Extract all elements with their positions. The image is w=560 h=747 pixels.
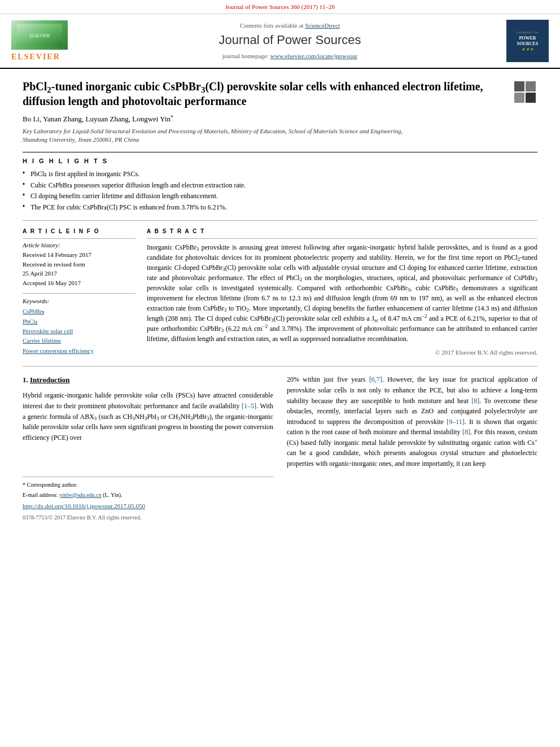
keywords-divider [23,293,135,294]
corresponding-note: * Corresponding author. [23,480,273,490]
ref-link-3[interactable]: [8] [471,397,479,405]
highlight-item: ♦ The PCE for cubic CsPbBr₃(Cl) PSC is e… [23,203,537,212]
authors-line: Bo Li, Yanan Zhang, Luyuan Zhang, Longwe… [23,114,537,124]
ref-link-5[interactable]: [8] [462,428,470,436]
abstract-text: Inorganic CsPbBr3 perovskite is arousing… [147,242,537,344]
history-label: Article history: [23,241,135,250]
email-note: E-mail address: yinlw@sdu.edu.cn (L. Yin… [23,491,273,500]
info-divider [23,238,135,239]
ref-link[interactable]: [1–5] [242,402,256,410]
keyword-item[interactable]: PbCl₂ [23,317,135,326]
journal-homepage-link[interactable]: www.elsevier.com/locate/jpowsour [270,53,357,59]
body-right-column: 20% within just five years [6,7]. Howeve… [287,374,537,522]
journal-reference-bar: Journal of Power Sources 360 (2017) 11–2… [0,0,560,14]
body-left-column: 1. Introduction Hybrid organic-inorganic… [23,374,273,522]
crossmark-icon[interactable] [512,79,537,104]
highlight-item: ♦ Cl doping benefits carrier lifetime an… [23,191,537,201]
journal-homepage-line: journal homepage: www.elsevier.com/locat… [73,52,506,60]
doi-link[interactable]: http://dx.doi.org/10.1016/j.jpowsour.201… [23,501,273,511]
article-info-label: A R T I C L E I N F O [23,228,135,235]
highlight-item: ♦ PbCl₂ is first applied in inorganic PS… [23,169,537,179]
science-direct-link[interactable]: ScienceDirect [305,22,340,29]
highlight-item: ♦ Cubic CsPbBr₃ possesses superior diffu… [23,181,537,190]
ref-link-2[interactable]: [6,7] [369,375,382,383]
svg-text:ELSEVIER: ELSEVIER [29,33,50,38]
copyright-line: © 2017 Elsevier B.V. All rights reserved… [147,348,537,357]
footnote-area: * Corresponding author. E-mail address: … [23,477,273,522]
main-content: PbCl2-tuned inorganic cubic CsPbBr3(Cl) … [0,69,560,528]
contents-available: Contents lists available at ScienceDirec… [73,21,506,30]
divider-before-intro [23,366,537,366]
abstract-column: A B S T R A C T Inorganic CsPbBr3 perovs… [147,228,537,357]
article-title: PbCl2-tuned inorganic cubic CsPbBr3(Cl) … [23,79,502,108]
abstract-divider [147,238,537,239]
journal-header: ELSEVIER ELSEVIER Contents lists availab… [0,14,560,69]
two-col-body: 1. Introduction Hybrid organic-inorganic… [23,374,537,522]
intro-heading: 1. Introduction [23,374,273,386]
revised-label: Received in revised form [23,260,135,269]
elsevier-logo-container: ELSEVIER ELSEVIER [11,20,73,63]
divider-after-affiliation [23,152,537,152]
elsevier-wordmark: ELSEVIER [11,51,60,63]
keywords-label: Keywords: [23,297,135,305]
received-date: Received 14 February 2017 [23,251,135,259]
journal-reference: Journal of Power Sources 360 (2017) 11–2… [225,3,335,10]
highlights-label: H I G H L I G H T S [23,157,537,165]
keywords-group: Keywords: CsPbBr₃ PbCl₂ Perovskite solar… [23,297,135,355]
keyword-item[interactable]: Carrier lifetime [23,337,135,345]
intro-paragraph-1: Hybrid organic-inorganic halide perovski… [23,390,273,443]
keyword-item[interactable]: CsPbBr₃ [23,307,135,316]
power-sources-logo: JOURNAL OF POWERSOURCES ⚡ ⚡ ⚡ [506,20,549,62]
history-group: Article history: Received 14 February 20… [23,241,135,287]
revised-date: 25 April 2017 [23,269,135,278]
abstract-label: A B S T R A C T [147,228,537,235]
highlights-section: H I G H L I G H T S ♦ PbCl₂ is first app… [23,157,537,212]
elsevier-icon: ELSEVIER [11,20,68,50]
journal-title-center: Contents lists available at ScienceDirec… [73,21,506,61]
journal-main-title: Journal of Power Sources [73,32,506,49]
keyword-item[interactable]: Power conversion efficiency [23,347,135,355]
accepted-date: Accepted 16 May 2017 [23,279,135,287]
divider-highlights-end [23,220,537,221]
introduction-section: 1. Introduction Hybrid organic-inorganic… [23,374,537,522]
keyword-item[interactable]: Perovskite solar cell [23,327,135,335]
article-info-column: A R T I C L E I N F O Article history: R… [23,228,135,357]
info-abstract-section: A R T I C L E I N F O Article history: R… [23,228,537,357]
intro-paragraph-2: 20% within just five years [6,7]. Howeve… [287,374,537,469]
article-title-section: PbCl2-tuned inorganic cubic CsPbBr3(Cl) … [23,79,537,108]
highlights-list: ♦ PbCl₂ is first applied in inorganic PS… [23,169,537,212]
affiliation: Key Laboratory for Liquid-Solid Structur… [23,127,537,145]
issn-line: 0378-7753/© 2017 Elsevier B.V. All right… [23,513,273,522]
ref-link-4[interactable]: [9–11] [447,418,465,426]
email-link[interactable]: yinlw@sdu.edu.cn [59,492,102,498]
